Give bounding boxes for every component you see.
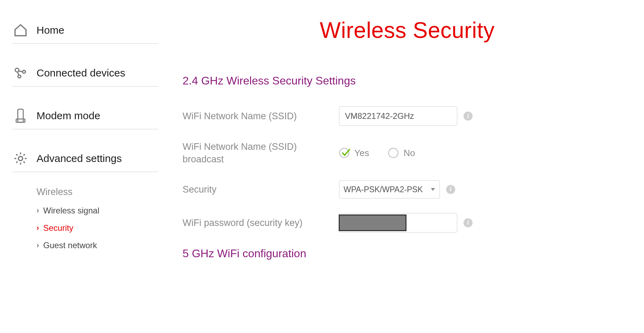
info-icon[interactable]: i (464, 218, 473, 227)
section-heading-24ghz: 2.4 GHz Wireless Security Settings (183, 74, 632, 87)
modem-icon (12, 107, 29, 124)
page-title: Wireless Security (183, 17, 632, 43)
broadcast-no-option[interactable]: No (388, 148, 415, 159)
sub-item-wireless-signal[interactable]: › Wireless signal (37, 206, 158, 216)
row-wifi-password: WiFi password (security key) i (183, 213, 632, 233)
broadcast-radio-group: Yes No (339, 148, 415, 159)
sub-item-security[interactable]: › Security (37, 223, 158, 233)
password-input[interactable] (339, 213, 457, 233)
svg-line-4 (18, 72, 19, 75)
nav-label: Advanced settings (37, 153, 122, 164)
sub-nav: Wireless › Wireless signal › Security › … (12, 187, 158, 250)
sub-item-label: Security (43, 223, 73, 233)
info-icon[interactable]: i (446, 185, 455, 194)
ssid-label: WiFi Network Name (SSID) (183, 110, 339, 122)
nav-label: Home (37, 24, 64, 36)
nav-label: Modem mode (37, 110, 100, 122)
sidebar: Home Connected devices Mo (12, 16, 158, 279)
password-redacted-mask (339, 214, 406, 231)
section-heading-5ghz: 5 GHz WiFi configuration (183, 247, 632, 260)
broadcast-yes-option[interactable]: Yes (339, 148, 369, 159)
row-ssid: WiFi Network Name (SSID) i (183, 106, 632, 126)
security-select[interactable]: WPA-PSK/WPA2-PSK (339, 180, 440, 198)
svg-rect-5 (18, 109, 23, 122)
chevron-right-icon: › (37, 206, 39, 215)
svg-point-0 (15, 68, 19, 72)
svg-point-1 (23, 71, 25, 73)
nav-item-home[interactable]: Home (12, 16, 158, 44)
broadcast-label: WiFi Network Name (SSID) broadcast (183, 140, 339, 166)
nav-item-connected-devices[interactable]: Connected devices (12, 58, 158, 87)
security-label: Security (183, 183, 339, 196)
radio-label: Yes (354, 148, 369, 159)
nav-item-modem-mode[interactable]: Modem mode (12, 101, 158, 129)
sub-item-label: Guest network (43, 241, 97, 250)
svg-point-7 (18, 156, 23, 161)
row-security: Security WPA-PSK/WPA2-PSK i (183, 180, 632, 198)
sub-nav-heading: Wireless (37, 187, 158, 197)
chevron-right-icon: › (37, 224, 39, 233)
gear-icon (12, 150, 29, 167)
home-icon (12, 22, 29, 39)
main-content: Wireless Security 2.4 GHz Wireless Secur… (183, 16, 632, 279)
sub-item-label: Wireless signal (43, 206, 99, 216)
password-label: WiFi password (security key) (183, 217, 339, 229)
sub-item-guest-network[interactable]: › Guest network (37, 241, 158, 250)
check-icon (341, 147, 351, 158)
nav-label: Connected devices (37, 67, 125, 79)
info-icon[interactable]: i (464, 112, 473, 121)
row-ssid-broadcast: WiFi Network Name (SSID) broadcast Yes N… (183, 140, 632, 166)
radio-circle (388, 148, 399, 158)
nav-item-advanced-settings[interactable]: Advanced settings (12, 144, 158, 172)
connected-devices-icon (12, 65, 29, 81)
chevron-right-icon: › (37, 241, 39, 250)
radio-label: No (403, 148, 415, 159)
radio-circle (339, 148, 349, 158)
ssid-input[interactable] (339, 106, 457, 126)
